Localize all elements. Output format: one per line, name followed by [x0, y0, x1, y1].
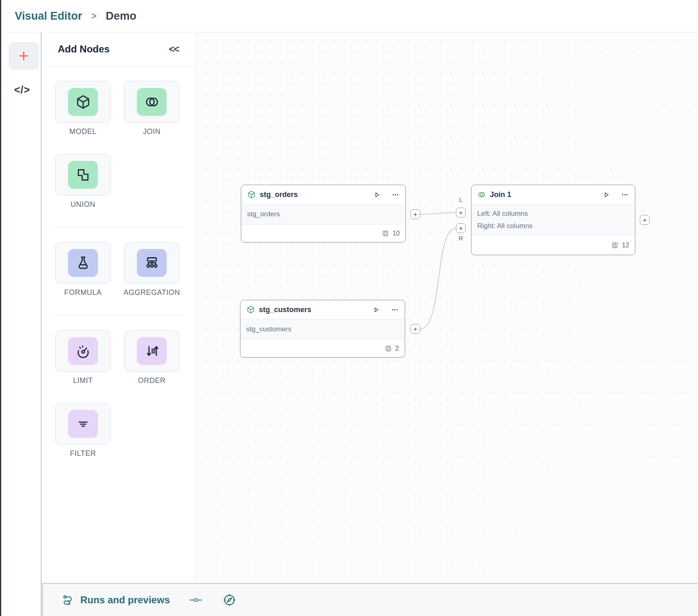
- node-menu-button[interactable]: [621, 190, 629, 199]
- columns-icon: [382, 230, 389, 237]
- commit-icon: [189, 595, 203, 605]
- panel-body: MODEL JOIN: [42, 66, 196, 458]
- ellipsis-icon: [621, 190, 629, 199]
- node-menu-button[interactable]: [391, 190, 400, 199]
- run-node-button[interactable]: [373, 190, 381, 199]
- columns-icon: [385, 345, 392, 352]
- node-group-transforms: FORMULA AGGREGATION: [42, 242, 196, 297]
- add-node-button[interactable]: +: [9, 42, 39, 70]
- node-body: stg_orders: [241, 204, 406, 224]
- cube-icon: [247, 190, 256, 199]
- panel-divider: [54, 227, 184, 227]
- handle-stg-orders-output[interactable]: +: [410, 209, 420, 219]
- runs-and-previews-label: Runs and previews: [80, 594, 170, 606]
- node-type-filter[interactable]: [55, 403, 111, 445]
- node-header: stg_orders: [241, 185, 406, 204]
- handle-join-right-input[interactable]: +: [456, 223, 466, 233]
- node-body: stg_customers: [240, 319, 405, 340]
- node-type-limit[interactable]: [55, 330, 111, 372]
- node-type-order[interactable]: [124, 330, 179, 372]
- plus-icon: +: [413, 326, 417, 333]
- run-node-button[interactable]: [372, 306, 381, 314]
- code-editor-toggle[interactable]: </>: [2, 81, 42, 99]
- node-type-model[interactable]: [55, 81, 111, 123]
- explore-button[interactable]: [222, 593, 236, 607]
- node-type-label: FILTER: [70, 449, 96, 458]
- node-join-1[interactable]: Join 1 Left: All columns Right: All colu…: [471, 185, 635, 255]
- handle-stg-customers-output[interactable]: +: [410, 324, 420, 334]
- node-type-label: JOIN: [143, 127, 161, 136]
- run-node-button[interactable]: [602, 190, 611, 199]
- node-type-label: FORMULA: [64, 288, 102, 297]
- node-body: Left: All columns Right: All columns: [471, 204, 635, 236]
- node-menu-button[interactable]: [390, 306, 399, 314]
- node-stg-customers[interactable]: stg_customers stg_customers 2: [240, 300, 405, 358]
- breadcrumb-separator: >: [91, 11, 97, 22]
- column-count: 10: [392, 230, 400, 237]
- node-title: stg_customers: [259, 306, 311, 314]
- join-left-port-label: L: [456, 196, 466, 203]
- cube-icon: [68, 88, 98, 116]
- ellipsis-icon: [390, 306, 399, 314]
- filter-lines-icon: [68, 410, 98, 438]
- node-stg-orders[interactable]: stg_orders stg_orders 10: [241, 185, 406, 242]
- node-type-union[interactable]: [55, 154, 111, 196]
- top-header: Visual Editor > Demo: [2, 0, 698, 32]
- node-header: stg_customers: [240, 300, 405, 319]
- node-source-name: stg_customers: [246, 323, 399, 335]
- node-type-label: MODEL: [69, 127, 97, 136]
- play-icon: [373, 190, 381, 199]
- join-circles-icon: [477, 190, 486, 199]
- add-nodes-panel: Add Nodes << MODEL: [42, 32, 196, 582]
- node-type-aggregation[interactable]: [124, 242, 179, 284]
- runs-and-previews-button[interactable]: Runs and previews: [61, 594, 170, 606]
- node-footer: 12: [471, 236, 635, 255]
- node-type-join[interactable]: [124, 81, 179, 123]
- collapse-panel-button[interactable]: <<: [169, 43, 179, 55]
- gauge-icon: [68, 337, 98, 365]
- node-group-sources: MODEL JOIN: [42, 81, 196, 209]
- commit-node-button[interactable]: [189, 595, 203, 605]
- join-circles-icon: [137, 88, 167, 116]
- breadcrumb-current: Demo: [106, 10, 136, 23]
- breadcrumb-root-link[interactable]: Visual Editor: [15, 10, 82, 23]
- cube-icon: [246, 305, 255, 314]
- plus-icon: +: [459, 209, 463, 216]
- panel-title: Add Nodes: [58, 43, 169, 55]
- union-shapes-icon: [68, 161, 98, 189]
- node-type-formula[interactable]: [55, 242, 111, 284]
- sort-icon: [137, 337, 167, 365]
- node-type-label: ORDER: [138, 376, 166, 385]
- node-title: stg_orders: [260, 190, 298, 199]
- plus-icon: +: [413, 211, 417, 218]
- edge-orders-to-join-left: [420, 213, 456, 214]
- join-left-columns: Left: All columns: [477, 208, 629, 220]
- plus-icon: +: [643, 217, 647, 224]
- bottom-bar: Runs and previews: [42, 583, 698, 616]
- play-icon: [602, 190, 611, 199]
- column-count: 12: [622, 242, 629, 249]
- chevron-double-left-icon: <<: [169, 43, 179, 54]
- play-icon: [372, 306, 381, 314]
- node-type-label: UNION: [70, 200, 95, 209]
- node-group-shaping: LIMIT ORDER: [42, 330, 196, 458]
- flow-canvas[interactable]: stg_orders stg_orders 10: [197, 32, 698, 582]
- handle-join-left-input[interactable]: +: [456, 208, 466, 217]
- handle-join-output[interactable]: +: [640, 215, 650, 225]
- visual-editor-page: Visual Editor > Demo + </> Add Nodes <<: [0, 0, 698, 616]
- node-footer: 10: [241, 224, 406, 242]
- plus-icon: +: [19, 48, 29, 65]
- compass-icon: [222, 593, 236, 607]
- node-title: Join 1: [490, 190, 511, 199]
- column-count: 2: [395, 345, 399, 352]
- columns-icon: [611, 242, 619, 249]
- ellipsis-icon: [391, 190, 400, 199]
- join-right-columns: Right: All columns: [477, 220, 629, 232]
- left-rail: + </>: [2, 32, 42, 616]
- code-icon: </>: [14, 84, 30, 95]
- join-right-port-label: R: [456, 235, 466, 242]
- node-header: Join 1: [471, 185, 635, 204]
- flask-icon: [68, 249, 98, 277]
- add-nodes-panel-header: Add Nodes <<: [42, 32, 196, 66]
- node-type-label: AGGREGATION: [123, 288, 180, 297]
